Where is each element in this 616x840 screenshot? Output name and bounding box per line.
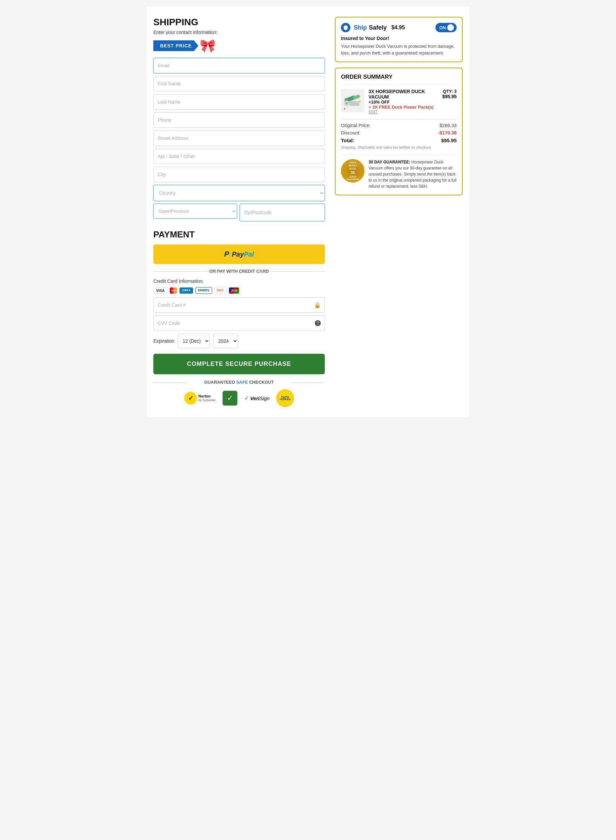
card-icons-row: VISA ●● AMEX DINERS DISC JCB [153, 287, 325, 294]
price-note: Shipping, ShipSafely and sales tax settl… [341, 145, 457, 149]
qty-price: $95.95 [442, 94, 457, 99]
mastercard-icon: ●● [169, 287, 177, 294]
shipsafely-card: ShipSafely $4.95 ON Insured to Your Door… [335, 17, 463, 62]
verisign-badge: ✓ VeriSign [244, 394, 270, 402]
toggle-circle [447, 24, 454, 31]
discount-row: Discount: -$170.38 [341, 130, 457, 135]
shipsafely-shield-icon [341, 23, 351, 32]
trust-badges-row: ✓ Norton by Symantec ✓ ✓ VeriSign PayPal [153, 389, 325, 407]
country-select[interactable]: Country United States Canada United King… [153, 185, 325, 201]
total-value: $95.95 [441, 138, 457, 143]
insured-text: Your Horsepower Duck Vacuum is protected… [341, 43, 457, 56]
total-row: Total: $95.95 [341, 138, 457, 143]
safe-checkout-banner: GUARANTEED SAFE CHECKOUT [153, 380, 325, 385]
order-summary-title: ORDER SUMMARY [341, 74, 457, 84]
ship-word: Ship [354, 24, 367, 31]
svg-rect-1 [352, 94, 361, 100]
paypal-button[interactable]: P PayPal [153, 245, 325, 264]
jcb-icon: JCB [229, 287, 239, 294]
paypal-p: P [224, 250, 229, 259]
help-icon: ? [315, 320, 321, 326]
guarantee-text: 30 DAY GUARANTEE: Horsepower Duck Vacuum… [368, 159, 457, 189]
product-info: 3X HORSEPOWER DUCK VACUUM +10% OFF + 3X … [368, 89, 438, 114]
expiration-row: Expiration 1 (Jan)2 (Feb)3 (Mar) 4 (Apr)… [153, 334, 325, 348]
diners-icon: DINERS [195, 287, 212, 294]
payment-title: PAYMENT [153, 229, 325, 240]
page-wrapper: SHIPPING Enter your contact information:… [147, 7, 469, 417]
city-input[interactable] [153, 167, 325, 182]
credit-card-field-wrapper: 🔒 [153, 297, 325, 313]
guarantee-badge: 100% MONEY BACK 30 DAYS GUARANTEE [341, 159, 364, 183]
price-table: Original Price: $266.33 Discount: -$170.… [341, 119, 457, 149]
shipsafely-price: $4.95 [392, 25, 405, 31]
toggle-on-label: ON [440, 25, 446, 30]
verisign-text: VeriSign [250, 396, 270, 401]
expiration-label: Expiration [153, 338, 174, 344]
best-price-ribbon: BEST PRICE 🎀 [153, 38, 325, 53]
guarantee-section: 100% MONEY BACK 30 DAYS GUARANTEE 30 DAY… [341, 154, 457, 189]
shipping-subtitle: Enter your contact information: [153, 29, 325, 35]
left-column: SHIPPING Enter your contact information:… [153, 17, 325, 407]
shipping-title: SHIPPING [153, 17, 325, 28]
best-price-badge: BEST PRICE [153, 40, 198, 51]
shipsafely-toggle[interactable]: ON [436, 23, 457, 32]
shipsafely-header: ShipSafely $4.95 ON [341, 23, 457, 32]
cvv-field-wrapper: ? [153, 315, 325, 331]
apt-suite-input[interactable] [153, 149, 325, 164]
exp-month-select[interactable]: 1 (Jan)2 (Feb)3 (Mar) 4 (Apr)5 (May)6 (J… [177, 334, 210, 348]
state-province-select[interactable]: State/Province ALAKAZCA COFLGAIL NYTX [153, 204, 237, 218]
lock-icon: 🔒 [314, 302, 321, 308]
discover-icon: DISC [214, 287, 227, 294]
svg-rect-4 [349, 101, 359, 106]
first-name-input[interactable] [153, 76, 325, 91]
norton-text: Norton by Symantec [198, 394, 216, 402]
email-input[interactable] [153, 58, 325, 73]
total-label: Total: [341, 138, 354, 143]
product-discount: +10% OFF [368, 100, 438, 104]
last-name-input[interactable] [153, 94, 325, 110]
norton-checkmark-icon: ✓ [184, 392, 197, 405]
cc-info-label: Credit Card Information: [153, 279, 325, 284]
state-zip-row: State/Province ALAKAZCA COFLGAIL NYTX [153, 204, 325, 221]
right-column: ShipSafely $4.95 ON Insured to Your Door… [335, 17, 463, 195]
agc-check-icon: ✓ [227, 394, 233, 403]
discount-value: -$170.38 [438, 130, 457, 135]
insured-title: Insured to Your Door! [341, 36, 457, 41]
svg-point-3 [345, 102, 348, 104]
svg-text:+: + [344, 107, 346, 111]
paypal-label: PayPal [232, 251, 254, 258]
guaranteed-label: GUARANTEED [204, 380, 236, 385]
phone-input[interactable] [153, 112, 325, 128]
norton-badge: ✓ Norton by Symantec [184, 392, 216, 405]
product-name: 3X HORSEPOWER DUCK VACUUM [368, 89, 438, 100]
exp-year-select[interactable]: 202420252026 202720282029 [213, 334, 238, 348]
checkout-label: CHECKOUT [249, 380, 274, 385]
zip-postcode-input[interactable] [240, 204, 325, 221]
order-summary-card: ORDER SUMMARY + 3X [335, 67, 463, 195]
credit-card-input[interactable] [153, 297, 325, 313]
discount-label: Discount: [341, 130, 361, 135]
edit-link[interactable]: EDIT [368, 110, 438, 114]
paypal-verified-badge: PayPal VERIFIED [276, 389, 294, 407]
visa-icon: VISA [153, 287, 167, 294]
safely-word: Safely [369, 24, 387, 31]
svg-rect-5 [359, 101, 361, 102]
complete-purchase-button[interactable]: COMPLETE SECURE PURCHASE [153, 354, 325, 374]
product-free: + 3X FREE Duck Power Pack(s) [368, 104, 438, 110]
original-price-label: Original Price: [341, 123, 371, 128]
or-divider: OR PAY WITH CREDIT CARD [153, 269, 325, 274]
shipsafely-logo: ShipSafely [354, 24, 387, 31]
agc-badge: ✓ [223, 391, 238, 406]
product-row: + 3X HORSEPOWER DUCK VACUUM +10% OFF + 3… [341, 89, 457, 114]
safe-label: SAFE [236, 380, 248, 385]
amex-icon: AMEX [179, 287, 194, 294]
original-price-row: Original Price: $266.33 [341, 123, 457, 128]
original-price-value: $266.33 [440, 123, 457, 128]
product-qty: QTY: 3 $95.95 [442, 89, 457, 114]
ribbon-icon: 🎀 [200, 38, 216, 53]
street-address-input[interactable] [153, 130, 325, 146]
product-image: + [341, 89, 364, 112]
cvv-input[interactable] [153, 315, 325, 331]
guarantee-title: 30 DAY GUARANTEE: [368, 160, 410, 164]
qty-label: QTY: 3 [442, 89, 457, 94]
